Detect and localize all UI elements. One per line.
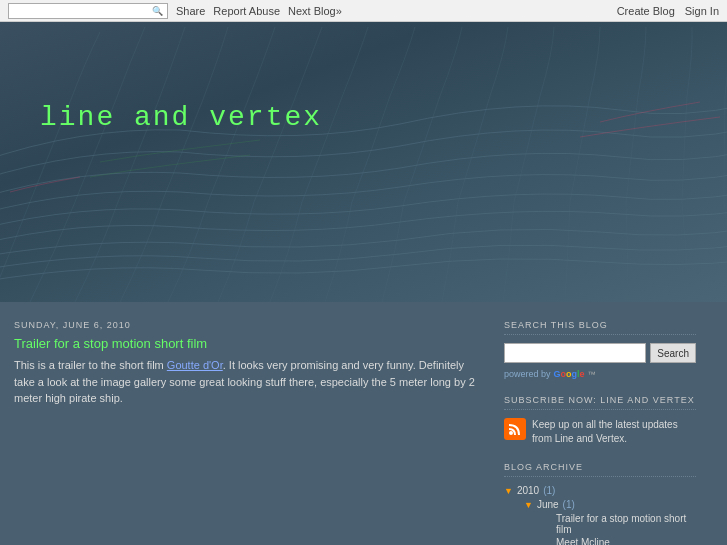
post-title[interactable]: Trailer for a stop motion short film [14, 336, 476, 351]
post-body-before: This is a trailer to the short film [14, 359, 167, 371]
archive-month-sub: ▼ June (1) Trailer for a stop motion sho… [524, 499, 696, 545]
navbar-next-blog-link[interactable]: Next Blog» [288, 5, 342, 17]
archive-section: BLOG ARCHIVE ▼ 2010 (1) ▼ June (1) Trail… [504, 462, 696, 545]
rss-icon[interactable] [504, 418, 526, 440]
navbar-report-abuse-link[interactable]: Report Abuse [213, 5, 280, 17]
archive-year-toggle: ▼ [504, 486, 513, 496]
navbar-search-wrapper[interactable]: 🔍 [8, 3, 168, 19]
search-button[interactable]: Search [650, 343, 696, 363]
search-input[interactable] [504, 343, 646, 363]
svg-rect-0 [0, 22, 727, 302]
post-body: This is a trailer to the short film Gout… [14, 357, 476, 407]
post-date: Sunday, June 6, 2010 [14, 320, 476, 330]
google-trademark: ™ [588, 370, 596, 379]
header-banner: line and vertex [0, 22, 727, 302]
subscribe-text: Keep up on all the latest updates from L… [532, 418, 696, 446]
navbar: 🔍 Share Report Abuse Next Blog» Create B… [0, 0, 727, 22]
archive-post-link-1[interactable]: Meet Mcline [556, 537, 696, 545]
navbar-search-input[interactable] [13, 5, 152, 16]
archive-year-item[interactable]: ▼ 2010 (1) [504, 485, 696, 496]
navbar-sign-in-link[interactable]: Sign In [685, 5, 719, 17]
svg-point-1 [509, 431, 513, 435]
navbar-right: Create Blog Sign In [617, 5, 719, 17]
navbar-search-icon: 🔍 [152, 6, 163, 16]
archive-year-count: (1) [543, 485, 555, 496]
archive-month-item[interactable]: ▼ June (1) [524, 499, 696, 510]
search-row: Search [504, 343, 696, 363]
sidebar: SEARCH THIS BLOG Search powered by Googl… [490, 312, 710, 545]
main-wrapper: Sunday, June 6, 2010 Trailer for a stop … [0, 302, 727, 545]
search-section-title: SEARCH THIS BLOG [504, 320, 696, 335]
powered-by-label: powered by [504, 369, 551, 379]
archive-year: 2010 [517, 485, 539, 496]
archive-post-link-0[interactable]: Trailer for a stop motion short film [556, 513, 696, 535]
archive-month: June [537, 499, 559, 510]
archive-month-toggle: ▼ [524, 500, 533, 510]
navbar-share-link[interactable]: Share [176, 5, 205, 17]
navbar-create-blog-link[interactable]: Create Blog [617, 5, 675, 17]
content-area: Sunday, June 6, 2010 Trailer for a stop … [0, 312, 490, 545]
search-section: SEARCH THIS BLOG Search powered by Googl… [504, 320, 696, 379]
archive-month-count: (1) [563, 499, 575, 510]
google-logo: Google [554, 369, 585, 379]
archive-section-title: BLOG ARCHIVE [504, 462, 696, 477]
blog-title: line and vertex [40, 102, 322, 133]
subscribe-section-title: SUBSCRIBE NOW: LINE AND VERTEX [504, 395, 696, 410]
subscribe-section: SUBSCRIBE NOW: LINE AND VERTEX Keep up o… [504, 395, 696, 446]
rss-row: Keep up on all the latest updates from L… [504, 418, 696, 446]
powered-by: powered by Google ™ [504, 369, 696, 379]
post-body-link[interactable]: Goutte d'Or [167, 359, 223, 371]
